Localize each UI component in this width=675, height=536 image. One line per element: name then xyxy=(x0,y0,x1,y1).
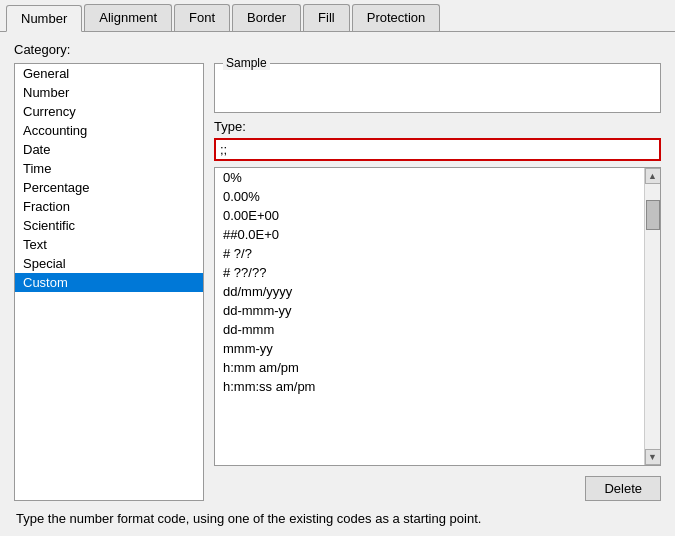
category-item-currency[interactable]: Currency xyxy=(15,102,203,121)
category-item-general[interactable]: General xyxy=(15,64,203,83)
sample-value xyxy=(223,70,652,98)
category-item-date[interactable]: Date xyxy=(15,140,203,159)
tab-bar: Number Alignment Font Border Fill Protec… xyxy=(0,0,675,32)
category-list[interactable]: General Number Currency Accounting Date … xyxy=(15,64,203,500)
category-label: Category: xyxy=(14,42,661,57)
scroll-up-arrow[interactable]: ▲ xyxy=(645,168,661,184)
format-item-scientific2[interactable]: ##0.0E+0 xyxy=(215,225,644,244)
tab-border[interactable]: Border xyxy=(232,4,301,31)
tab-protection[interactable]: Protection xyxy=(352,4,441,31)
category-item-fraction[interactable]: Fraction xyxy=(15,197,203,216)
category-item-percentage[interactable]: Percentage xyxy=(15,178,203,197)
main-row: General Number Currency Accounting Date … xyxy=(14,63,661,501)
format-item-fraction1[interactable]: # ?/? xyxy=(215,244,644,263)
tab-alignment[interactable]: Alignment xyxy=(84,4,172,31)
tab-number[interactable]: Number xyxy=(6,5,82,32)
description-text: Type the number format code, using one o… xyxy=(14,511,661,526)
format-item-ddmmmyy[interactable]: dd-mmm-yy xyxy=(215,301,644,320)
format-item-hampm[interactable]: h:mm am/pm xyxy=(215,358,644,377)
category-item-accounting[interactable]: Accounting xyxy=(15,121,203,140)
bottom-row: Delete xyxy=(214,472,661,501)
type-section: Type: xyxy=(214,119,661,161)
delete-button[interactable]: Delete xyxy=(585,476,661,501)
tab-fill[interactable]: Fill xyxy=(303,4,350,31)
category-item-text[interactable]: Text xyxy=(15,235,203,254)
format-list[interactable]: 0% 0.00% 0.00E+00 ##0.0E+0 # ?/? # ??/??… xyxy=(215,168,644,465)
format-cells-dialog: Number Alignment Font Border Fill Protec… xyxy=(0,0,675,536)
sample-group-label: Sample xyxy=(223,56,270,70)
category-item-number[interactable]: Number xyxy=(15,83,203,102)
type-label: Type: xyxy=(214,119,661,134)
scroll-down-arrow[interactable]: ▼ xyxy=(645,449,661,465)
scroll-thumb[interactable] xyxy=(646,200,660,230)
format-list-container: 0% 0.00% 0.00E+00 ##0.0E+0 # ?/? # ??/??… xyxy=(214,167,661,466)
format-item-hmssampm[interactable]: h:mm:ss am/pm xyxy=(215,377,644,396)
category-panel: General Number Currency Accounting Date … xyxy=(14,63,204,501)
format-scrollbar[interactable]: ▲ ▼ xyxy=(644,168,660,465)
format-item-scientific1[interactable]: 0.00E+00 xyxy=(215,206,644,225)
tab-content: Category: General Number Currency Accoun… xyxy=(0,32,675,536)
right-panel: Sample Type: 0% 0.00% 0.00E+00 xyxy=(214,63,661,501)
tab-font[interactable]: Font xyxy=(174,4,230,31)
format-item-0pct[interactable]: 0% xyxy=(215,168,644,187)
format-item-ddmmyyyy[interactable]: dd/mm/yyyy xyxy=(215,282,644,301)
category-item-time[interactable]: Time xyxy=(15,159,203,178)
format-item-ddmmm[interactable]: dd-mmm xyxy=(215,320,644,339)
format-item-fraction2[interactable]: # ??/?? xyxy=(215,263,644,282)
category-item-special[interactable]: Special xyxy=(15,254,203,273)
format-item-mmmyy[interactable]: mmm-yy xyxy=(215,339,644,358)
format-item-0dot00pct[interactable]: 0.00% xyxy=(215,187,644,206)
type-input[interactable] xyxy=(216,140,659,159)
category-item-scientific[interactable]: Scientific xyxy=(15,216,203,235)
type-input-wrapper xyxy=(214,138,661,161)
category-item-custom[interactable]: Custom xyxy=(15,273,203,292)
sample-group: Sample xyxy=(214,63,661,113)
